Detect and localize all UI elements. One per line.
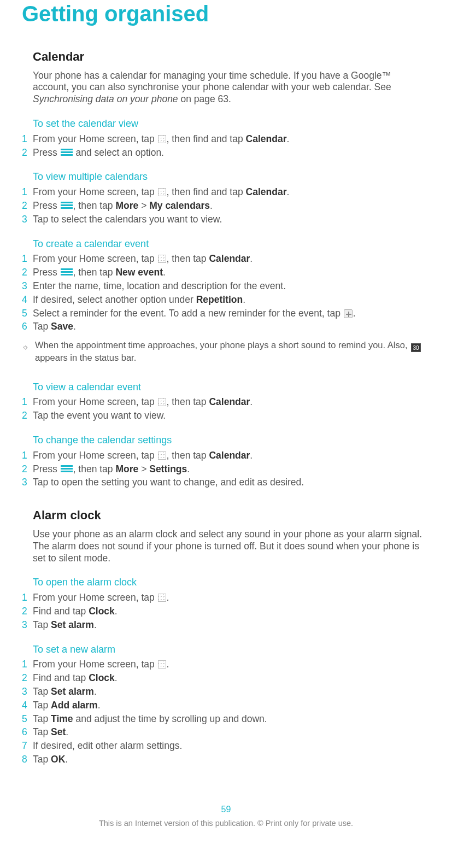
menu-icon [61, 149, 73, 156]
apps-grid-icon [158, 451, 166, 460]
step-text: If desired, select another option under … [33, 294, 430, 306]
list-item: 2 Press , then tap New event. [33, 267, 430, 279]
step-number: 6 [22, 726, 33, 738]
text: , then find and tap [167, 133, 246, 144]
step-text: Select a reminder for the event. To add … [33, 308, 430, 320]
page-title: Getting organised [22, 0, 430, 27]
multi-steps: 1 From your Home screen, tap , then find… [33, 186, 430, 226]
step-text: From your Home screen, tap . [33, 592, 430, 604]
text: Tap [33, 726, 51, 737]
step-number: 2 [22, 410, 33, 422]
step-text: Press , then tap More > My calendars. [33, 200, 430, 212]
step-number: 1 [22, 450, 33, 462]
bold-text: Set alarm [51, 619, 94, 630]
step-text: Tap Time and adjust the time by scrollin… [33, 713, 430, 725]
step-number: 2 [22, 147, 33, 159]
text: . [94, 619, 97, 630]
text: Tap [33, 700, 51, 711]
view-event-steps: 1 From your Home screen, tap , then tap … [33, 396, 430, 422]
text: Find and tap [33, 672, 89, 683]
step-text: From your Home screen, tap . [33, 659, 430, 671]
text: . [250, 396, 253, 407]
new-alarm-title: To set a new alarm [33, 643, 430, 656]
step-number: 2 [22, 672, 33, 684]
text: . [65, 754, 68, 765]
list-item: 3 Enter the name, time, location and des… [33, 280, 430, 292]
step-text: Find and tap Clock. [33, 672, 430, 684]
menu-icon [61, 202, 73, 209]
step-number: 3 [22, 619, 33, 631]
text: From your Home screen, tap [33, 253, 157, 264]
step-number: 2 [22, 606, 33, 618]
text: , then tap [167, 450, 209, 461]
text: , then tap [73, 200, 116, 211]
step-number: 3 [22, 280, 33, 292]
step-number: 1 [22, 396, 33, 408]
calendar-intro-1: Your phone has a calendar for managing y… [33, 70, 391, 93]
bold-text: Settings [149, 464, 187, 474]
text: , then tap [73, 267, 116, 278]
bold-text: Calendar [246, 186, 287, 197]
step-text: From your Home screen, tap , then find a… [33, 133, 430, 145]
bold-text: Clock [89, 672, 115, 683]
list-item: 1 From your Home screen, tap , then tap … [33, 253, 430, 265]
list-item: 2 Find and tap Clock. [33, 606, 430, 618]
text: and adjust the time by scrolling up and … [73, 713, 267, 724]
text: . [250, 450, 253, 461]
bold-text: OK [51, 754, 65, 765]
step-number: 2 [22, 200, 33, 212]
settings-steps: 1 From your Home screen, tap , then tap … [33, 450, 430, 489]
step-text: Tap Set. [33, 726, 430, 738]
apps-grid-icon [158, 135, 166, 143]
footer-text: This is an Internet version of this publ… [22, 818, 430, 828]
text: Tap [33, 321, 51, 332]
step-number: 2 [22, 464, 33, 476]
list-item: 4 Tap Add alarm. [33, 700, 430, 712]
step-number: 4 [22, 700, 33, 712]
text: From your Home screen, tap [33, 592, 157, 603]
step-text: Tap Set alarm. [33, 686, 430, 698]
text: From your Home screen, tap [33, 659, 157, 670]
text: Select a reminder for the event. To add … [33, 308, 343, 319]
list-item: 1 From your Home screen, tap . [33, 659, 430, 671]
step-number: 4 [22, 294, 33, 306]
text: . [286, 186, 289, 197]
text: . [286, 133, 289, 144]
text: . [163, 267, 166, 278]
text: . [167, 659, 169, 670]
list-item: 1 From your Home screen, tap , then find… [33, 133, 430, 145]
step-text: Tap Add alarm. [33, 700, 430, 712]
list-item: 3 Tap to select the calendars you want t… [33, 214, 430, 226]
list-item: 2 Find and tap Clock. [33, 672, 430, 684]
list-item: 5 Tap Time and adjust the time by scroll… [33, 713, 430, 725]
step-text: Press , then tap More > Settings. [33, 464, 430, 476]
text: Tap [33, 754, 51, 765]
step-text: Enter the name, time, location and descr… [33, 280, 430, 292]
view-event-title: To view a calendar event [33, 381, 430, 394]
text: Tap [33, 619, 51, 630]
text: . [73, 321, 76, 332]
calendar-heading: Calendar [33, 49, 430, 64]
bold-text: New event [115, 267, 163, 278]
step-text: If desired, edit other alarm settings. [33, 740, 430, 752]
step-number: 8 [22, 754, 33, 766]
apps-grid-icon [158, 255, 166, 263]
list-item: 2 Press , then tap More > My calendars. [33, 200, 430, 212]
hint-block: When the appointment time approaches, yo… [33, 339, 430, 363]
text: If desired, select another option under [33, 294, 196, 305]
new-alarm-steps: 1 From your Home screen, tap . 2 Find an… [33, 659, 430, 766]
calendar-30-icon: 30 [411, 343, 421, 352]
alarm-heading: Alarm clock [33, 508, 430, 523]
apps-grid-icon [158, 188, 166, 196]
step-number: 1 [22, 592, 33, 604]
apps-grid-icon [158, 660, 166, 668]
menu-icon [61, 268, 73, 276]
bold-text: Calendar [209, 450, 250, 461]
hint-icon-col [22, 339, 35, 351]
list-item: 3 Tap to open the setting you want to ch… [33, 477, 430, 489]
text: , then find and tap [167, 186, 246, 197]
set-view-title: To set the calendar view [33, 118, 430, 130]
list-item: 4 If desired, select another option unde… [33, 294, 430, 306]
text: . [353, 308, 356, 319]
step-text: From your Home screen, tap , then tap Ca… [33, 253, 430, 265]
